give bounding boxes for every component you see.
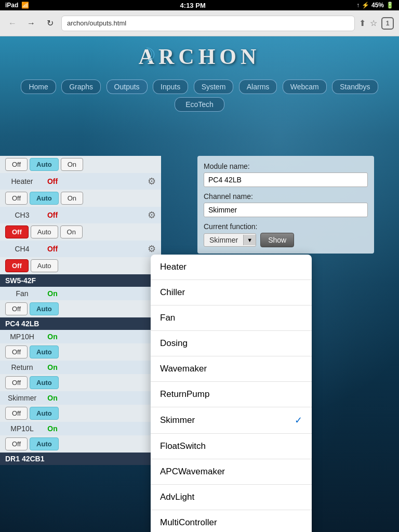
dr1-section-header: DR1 42CB1 [0, 453, 161, 465]
ch4-gear-button[interactable]: ⚙ [148, 243, 156, 255]
sw5-auto-button[interactable]: Auto [31, 259, 58, 272]
time-display: 4:13 PM [180, 2, 206, 9]
channel-name-input[interactable] [204, 203, 368, 217]
nav-graphs[interactable]: Graphs [61, 79, 101, 94]
right-panel: Module name: Channel name: Current funct… [197, 156, 374, 254]
dropdown-item-apcwavemaker[interactable]: APCWavemaker [151, 459, 312, 485]
dropdown-item-dosing[interactable]: Dosing [151, 331, 312, 356]
main-content: ☽ ARCHON Home Graphs Outputs Inputs Syst… [0, 36, 399, 532]
return-channel-row: Return On [0, 361, 161, 374]
skimmer-auto-button[interactable]: Auto [30, 407, 59, 420]
mp10l-off-button[interactable]: Off [5, 437, 28, 450]
dropdown-item-floatswitch-label: FloatSwitch [160, 441, 206, 451]
ch3-label: CH3 [5, 211, 39, 219]
ch3-gear-button[interactable]: ⚙ [148, 209, 156, 221]
dropdown-item-skimmer-label: Skimmer [160, 415, 195, 425]
ch3-btn-row: Off Auto On [0, 190, 161, 207]
bookmark-button[interactable]: ☆ [370, 18, 377, 28]
ch3-off-button[interactable]: Off [5, 192, 28, 205]
nav-ecotech[interactable]: EcoTech [175, 97, 224, 112]
pc4-section-header: PC4 42LB [0, 317, 161, 330]
back-button[interactable]: ← [5, 16, 20, 31]
fan-label: Fan [5, 289, 39, 298]
ch4-btn-row: Off Auto On [0, 223, 161, 241]
show-button[interactable]: Show [260, 233, 294, 247]
nav-home[interactable]: Home [21, 79, 56, 94]
url-bar[interactable]: archon/outputs.html [61, 16, 355, 31]
ch3-auto-button[interactable]: Auto [30, 192, 59, 205]
dropdown-item-multicontroller[interactable]: MultiController [151, 510, 312, 532]
status-right: ↑ ⚡ 45% 🔋 [356, 2, 394, 9]
status-left: iPad 📶 [5, 2, 29, 9]
url-text: archon/outputs.html [67, 19, 126, 27]
chevron-down-icon: ▼ [243, 235, 256, 245]
browser-chrome: ← → ↻ archon/outputs.html ⬆ ☆ 1 [0, 10, 399, 36]
browser-actions: ⬆ ☆ 1 [359, 17, 394, 30]
heater-on-button[interactable]: On [61, 158, 83, 171]
skimmer-status: On [42, 394, 63, 402]
fan-off-button[interactable]: Off [5, 302, 28, 315]
ch4-channel-row: CH4 Off ⚙ [0, 241, 161, 257]
dropdown-item-returnpump[interactable]: ReturnPump [151, 382, 312, 407]
skimmer-off-button[interactable]: Off [5, 407, 28, 420]
reload-button[interactable]: ↻ [43, 16, 57, 31]
sw5-off-row: Off Auto [0, 257, 161, 274]
dropdown-item-heater[interactable]: Heater [151, 255, 312, 280]
dropdown-item-returnpump-label: ReturnPump [160, 389, 209, 400]
nav-outputs[interactable]: Outputs [107, 79, 148, 94]
heater-btn-row: Off Auto On [0, 156, 161, 173]
battery-label: 45% [371, 2, 384, 9]
return-off-button[interactable]: Off [5, 376, 28, 389]
return-label: Return [5, 363, 39, 371]
ch4-on-button[interactable]: On [60, 225, 83, 238]
share-button[interactable]: ⬆ [359, 18, 366, 28]
sw5-off-button[interactable]: Off [5, 259, 29, 272]
return-status: On [42, 363, 63, 371]
ch4-off-button[interactable]: Off [5, 225, 29, 238]
dropdown-item-heater-label: Heater [160, 262, 187, 272]
battery-icon: 🔋 [386, 2, 394, 9]
function-dropdown-overlay[interactable]: Heater Chiller Fan Dosing Wavemaker Retu… [151, 255, 312, 532]
module-name-input[interactable] [204, 172, 368, 187]
return-auto-button[interactable]: Auto [30, 376, 59, 389]
nav-standbys[interactable]: Standbys [332, 79, 378, 94]
dropdown-item-floatswitch[interactable]: FloatSwitch [151, 434, 312, 459]
forward-button[interactable]: → [24, 16, 38, 31]
ch4-auto-button[interactable]: Auto [31, 225, 58, 238]
status-bar: iPad 📶 4:13 PM ↑ ⚡ 45% 🔋 [0, 0, 399, 10]
nav-alarms[interactable]: Alarms [239, 79, 277, 94]
dropdown-item-wavemaker[interactable]: Wavemaker [151, 356, 312, 382]
dropdown-item-skimmer[interactable]: Skimmer ✓ [151, 407, 312, 434]
mp10h-status: On [42, 332, 63, 341]
sw5-section-header: SW5-42F [0, 274, 161, 287]
dropdown-item-fan[interactable]: Fan [151, 305, 312, 331]
dropdown-item-chiller[interactable]: Chiller [151, 280, 312, 305]
heater-channel-row: Heater Off ⚙ [0, 173, 161, 190]
wifi-icon: 📶 [21, 2, 29, 9]
tab-count-badge[interactable]: 1 [381, 17, 394, 30]
fan-auto-button[interactable]: Auto [30, 302, 59, 315]
dropdown-item-advlight-label: AdvLight [160, 492, 194, 502]
ch3-on-button[interactable]: On [61, 192, 83, 205]
heater-auto-button[interactable]: Auto [30, 158, 59, 171]
logo-icon: ☽ [137, 44, 158, 65]
nav-webcam[interactable]: Webcam [283, 79, 327, 94]
dropdown-item-chiller-label: Chiller [160, 287, 185, 298]
mp10h-auto-button[interactable]: Auto [30, 345, 59, 358]
skimmer-channel-row: Skimmer On [0, 391, 161, 405]
dropdown-item-advlight[interactable]: AdvLight [151, 485, 312, 510]
fan-btn-row: Off Auto [0, 300, 161, 317]
channel-name-label: Channel name: [204, 192, 368, 201]
mp10l-auto-button[interactable]: Auto [30, 437, 59, 450]
left-panel: Off Auto On Heater Off ⚙ Off Auto On CH3… [0, 156, 161, 465]
nav-inputs[interactable]: Inputs [153, 79, 188, 94]
heater-gear-button[interactable]: ⚙ [148, 176, 156, 187]
dropdown-item-wavemaker-label: Wavemaker [160, 364, 207, 374]
carrier-label: iPad [5, 2, 18, 9]
function-select-dropdown[interactable]: Skimmer ▼ [204, 233, 256, 247]
fan-channel-row: Fan On [0, 287, 161, 300]
nav-system[interactable]: System [194, 79, 234, 94]
dropdown-item-apcwavemaker-label: APCWavemaker [160, 467, 225, 477]
heater-off-button[interactable]: Off [5, 158, 28, 171]
mp10h-off-button[interactable]: Off [5, 345, 28, 358]
